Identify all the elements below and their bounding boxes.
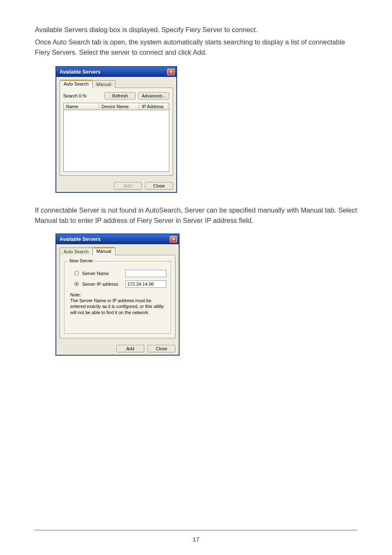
column-ip-address[interactable]: IP Address xyxy=(139,103,169,110)
refresh-button[interactable]: Refresh xyxy=(104,92,136,99)
column-name[interactable]: Name xyxy=(64,103,99,110)
close-icon[interactable]: ✕ xyxy=(170,236,177,243)
tabstrip: Auto Search Manual xyxy=(60,247,175,255)
radio-server-ip[interactable] xyxy=(74,282,79,286)
paragraph-3: If connectable Server is not found in Au… xyxy=(35,205,357,226)
dialog-title: Available Servers xyxy=(60,69,101,75)
dialog-footer: Add Close xyxy=(56,179,176,192)
titlebar: Available Servers ✕ xyxy=(56,67,176,77)
radio-server-ip-label: Server IP address xyxy=(82,282,122,287)
tab-manual[interactable]: Manual xyxy=(92,247,115,255)
server-ip-field[interactable] xyxy=(125,280,166,288)
groupbox-legend: New Server xyxy=(68,258,95,263)
tabstrip: Auto Search Manual xyxy=(60,80,173,88)
new-server-groupbox: New Server Server Name Server IP address xyxy=(64,261,171,334)
available-servers-dialog-autosearch: Available Servers ✕ Auto Search Manual S… xyxy=(55,66,177,193)
radio-server-name[interactable] xyxy=(74,271,79,275)
search-progress-label: Search 0 % xyxy=(63,93,102,98)
add-button[interactable]: Add xyxy=(116,345,144,352)
advanced-button[interactable]: Advanced... xyxy=(138,92,169,99)
add-button: Add xyxy=(114,182,142,190)
tab-manual[interactable]: Manual xyxy=(92,80,115,88)
dialog-footer: Add Close xyxy=(56,342,179,355)
close-button[interactable]: Close xyxy=(145,182,173,190)
paragraph-2: Once Auto Search tab is open, the system… xyxy=(35,37,357,58)
close-button[interactable]: Close xyxy=(148,345,175,352)
tab-auto-search[interactable]: Auto Search xyxy=(60,80,93,88)
server-name-field[interactable] xyxy=(125,270,166,277)
tab-panel-manual: New Server Server Name Server IP address xyxy=(60,255,175,338)
dialog-title: Available Servers xyxy=(60,236,101,242)
close-icon[interactable]: ✕ xyxy=(167,69,175,75)
radio-server-name-label: Server Name xyxy=(82,271,122,276)
footer-rule xyxy=(35,530,357,530)
titlebar: Available Servers ✕ xyxy=(56,234,179,244)
tab-panel-auto: Search 0 % Refresh Advanced... Name Devi… xyxy=(60,88,173,176)
page-number: 17 xyxy=(0,536,392,543)
note-block: Note: The Server Name or IP address must… xyxy=(70,292,166,315)
tab-auto-search[interactable]: Auto Search xyxy=(60,247,93,255)
note-text: The Server Name or IP address must be en… xyxy=(70,298,166,315)
available-servers-dialog-manual: Available Servers ✕ Auto Search Manual N… xyxy=(55,234,180,356)
results-grid-body xyxy=(63,110,169,172)
paragraph-1: Available Servers dialog box is displaye… xyxy=(35,25,357,35)
column-device-name[interactable]: Device Name xyxy=(99,103,139,110)
note-label: Note: xyxy=(70,292,166,298)
results-grid-header: Name Device Name IP Address xyxy=(63,103,169,110)
